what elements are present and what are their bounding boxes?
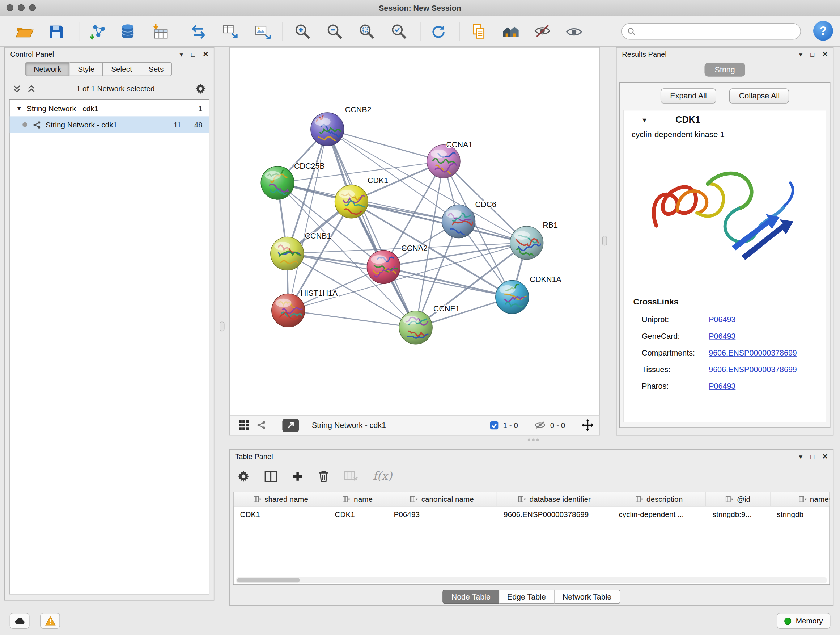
column-header-shared-name[interactable]: shared name [234, 492, 328, 506]
network-edge[interactable] [288, 310, 416, 327]
close-panel-icon[interactable]: × [822, 452, 828, 461]
crosslink-link-uniprot[interactable]: P06493 [709, 315, 736, 324]
delete-column-trash-icon[interactable] [317, 470, 330, 483]
zoom-in-icon[interactable] [291, 20, 314, 43]
close-window-button[interactable] [6, 4, 13, 11]
import-table-icon[interactable] [149, 20, 172, 43]
birds-eye-grid-icon[interactable] [238, 420, 249, 431]
warnings-button[interactable] [40, 613, 60, 629]
table-cell[interactable]: cyclin-dependent ... [613, 510, 706, 518]
tab-select[interactable]: Select [103, 62, 141, 76]
float-panel-icon[interactable]: ▾ [799, 50, 802, 58]
crosslink-link-pharos[interactable]: P06493 [709, 382, 736, 390]
column-header-description[interactable]: description [613, 492, 706, 506]
close-panel-icon[interactable]: × [203, 50, 208, 59]
table-row[interactable]: CDK1CDK1P064939606.ENSP00000378699cyclin… [234, 507, 829, 521]
zoom-selected-icon[interactable] [387, 20, 411, 43]
expand-all-icon[interactable] [27, 84, 36, 93]
open-in-browser-button[interactable] [282, 418, 299, 432]
tab-sets[interactable]: Sets [141, 62, 172, 76]
vertical-splitter-handle[interactable] [602, 236, 607, 246]
network-edge[interactable] [384, 267, 512, 297]
refresh-icon[interactable] [426, 20, 450, 43]
tab-network[interactable]: Network [25, 62, 70, 76]
network-row[interactable]: String Network - cdk1 11 48 [10, 116, 209, 133]
hide-selected-icon[interactable] [531, 20, 554, 43]
minimize-window-button[interactable] [18, 4, 25, 11]
network-edge[interactable] [327, 129, 416, 328]
network-edge[interactable] [288, 129, 327, 310]
zoom-out-icon[interactable] [323, 20, 347, 43]
copy-network-icon[interactable] [186, 20, 210, 43]
table-cell[interactable]: stringdb [771, 510, 830, 518]
tab-style[interactable]: Style [70, 62, 103, 76]
pan-move-icon[interactable] [581, 419, 594, 432]
selected-checkbox-icon[interactable] [489, 421, 499, 430]
collapse-all-button[interactable]: Collapse All [729, 88, 789, 103]
tab-network-table[interactable]: Network Table [554, 590, 621, 604]
table-options-gear-icon[interactable] [237, 470, 249, 482]
table-cell[interactable]: 9606.ENSP00000378699 [497, 510, 612, 518]
search-field[interactable] [622, 23, 801, 40]
export-image-icon[interactable] [251, 20, 274, 43]
scrollbar-thumb[interactable] [237, 578, 300, 582]
automation-cloud-button[interactable] [10, 613, 30, 629]
show-columns-icon[interactable] [264, 470, 278, 482]
network-node-CCNB2[interactable]: CCNB2 [311, 105, 371, 146]
tab-node-table[interactable]: Node Table [443, 590, 499, 604]
float-panel-icon[interactable]: ▾ [180, 50, 183, 58]
network-options-gear-icon[interactable] [195, 83, 206, 94]
maximize-panel-icon[interactable]: □ [191, 51, 195, 58]
maximize-panel-icon[interactable]: □ [810, 453, 814, 461]
table-horizontal-scrollbar[interactable] [236, 578, 827, 583]
import-network-icon[interactable] [86, 20, 109, 43]
home-icon[interactable] [499, 20, 523, 43]
table-cell[interactable]: CDK1 [328, 510, 387, 518]
network-canvas[interactable]: CCNB2CCNA1CDC25BCDK1CDC6RB1CCNB1CCNA2CDK… [230, 48, 600, 415]
crosslink-link-compartments[interactable]: 9606.ENSP00000378699 [709, 348, 797, 357]
network-from-table-icon[interactable] [218, 20, 242, 43]
hidden-eye-slash-icon[interactable] [534, 421, 546, 430]
column-header-database-identifier[interactable]: database identifier [497, 492, 612, 506]
network-view[interactable]: CCNB2CCNA1CDC25BCDK1CDC6RB1CCNB1CCNA2CDK… [229, 47, 600, 435]
details-expander-icon[interactable]: ▼ [641, 116, 648, 124]
network-node-CDC25B[interactable]: CDC25B [261, 162, 325, 199]
node-details-header[interactable]: ▼ CDK1 [624, 111, 826, 130]
column-header--id[interactable]: @id [706, 492, 771, 506]
column-header-canonical-name[interactable]: canonical name [387, 492, 497, 506]
open-session-icon[interactable] [12, 20, 36, 43]
network-node-HIST1H1A[interactable]: HIST1H1A [272, 289, 338, 327]
network-collection-row[interactable]: ▼ String Network - cdk1 1 [10, 100, 209, 116]
zoom-window-button[interactable] [29, 4, 36, 11]
network-icon[interactable] [256, 420, 266, 430]
column-header-name[interactable]: name [328, 492, 387, 506]
fit-content-icon[interactable] [355, 20, 379, 43]
horizontal-splitter-handle[interactable] [527, 438, 539, 442]
collapse-all-icon[interactable] [12, 84, 21, 93]
expand-all-button[interactable]: Expand All [660, 88, 717, 103]
collection-expander-icon[interactable]: ▼ [16, 105, 22, 111]
network-node-CDKN1A[interactable]: CDKN1A [496, 275, 562, 314]
table-cell[interactable]: stringdb:9... [706, 510, 771, 518]
copy-document-icon[interactable] [467, 20, 490, 43]
table-cell[interactable]: CDK1 [234, 510, 328, 518]
network-node-RB1[interactable]: RB1 [510, 221, 558, 259]
save-session-icon[interactable] [44, 20, 68, 43]
show-all-icon[interactable] [562, 20, 585, 43]
tab-edge-table[interactable]: Edge Table [499, 590, 554, 604]
network-node-CCNA1[interactable]: CCNA1 [427, 141, 472, 178]
network-node-CDK1[interactable]: CDK1 [335, 176, 388, 218]
column-header-namespace[interactable]: namespace [771, 492, 830, 506]
memory-button[interactable]: Memory [777, 613, 830, 629]
network-node-CDC6[interactable]: CDC6 [442, 200, 496, 238]
table-cell[interactable]: P06493 [387, 510, 497, 518]
float-panel-icon[interactable]: ▾ [799, 453, 802, 461]
import-network-database-icon[interactable] [116, 20, 139, 43]
create-column-plus-icon[interactable] [292, 470, 303, 481]
tab-string[interactable]: String [704, 63, 745, 77]
vertical-splitter-handle[interactable] [219, 322, 224, 332]
close-panel-icon[interactable]: × [822, 50, 828, 59]
maximize-panel-icon[interactable]: □ [810, 51, 814, 58]
network-edge[interactable] [327, 129, 444, 162]
help-icon[interactable]: ? [813, 21, 833, 41]
